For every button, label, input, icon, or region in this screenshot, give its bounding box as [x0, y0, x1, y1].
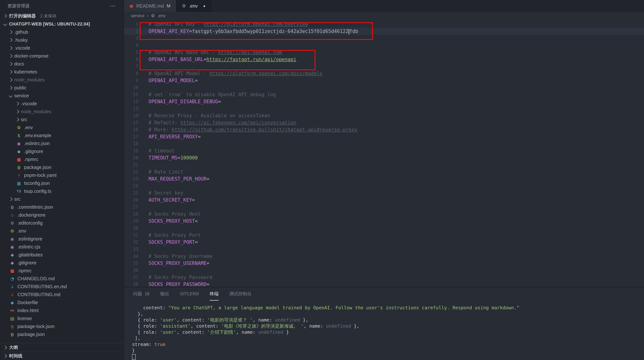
code-line-23[interactable]: 23MAX_REQUEST_PER_HOUR= [124, 175, 644, 182]
code-line-34[interactable]: 34# Socks Proxy Username [124, 253, 644, 260]
tree-item-package.json[interactable]: {}package.json [0, 331, 124, 338]
tree-item-kubernetes[interactable]: kubernetes [0, 68, 124, 76]
code-line-38[interactable]: 38SOCKS_PROXY_PASSWORD= [124, 281, 644, 287]
outline-section[interactable]: 大纲 [0, 343, 124, 352]
tree-item-.npmrc[interactable]: ■.npmrc [0, 155, 124, 163]
code-line-29[interactable]: 29SOCKS_PROXY_HOST= [124, 218, 644, 225]
tree-item-.dockerignore[interactable]: ◇.dockerignore [0, 211, 124, 219]
problems-count-badge: 16 [144, 291, 150, 296]
terminal-token: } [132, 348, 135, 353]
terminal-output[interactable]: content: "You are ChatGPT, a large langu… [124, 301, 644, 360]
code-line-32[interactable]: 32SOCKS_PROXY_PORT= [124, 239, 644, 246]
breadcrumb-folder[interactable]: service [131, 13, 144, 18]
tree-item-.vscode[interactable]: .vscode [0, 44, 124, 52]
code-line-3[interactable]: 3 [124, 35, 644, 42]
code-line-31[interactable]: 31# Socks Proxy Port [124, 232, 644, 239]
panel-tab-gitlens[interactable]: GITLENS [180, 287, 199, 301]
code-line-13[interactable]: 13 [124, 105, 644, 112]
code-line-26[interactable]: 26AUTH_SECRET_KEY= [124, 196, 644, 204]
workspace-section[interactable]: CHATGPT-WEB [WSL: UBUNTU-22.04] [0, 20, 124, 28]
tree-item-public[interactable]: public [0, 84, 124, 92]
tree-item-package.json[interactable]: {}package.json [0, 163, 124, 171]
tree-item-.gitattributes[interactable]: ◆.gitattributes [0, 251, 124, 259]
panel-tab-output[interactable]: 输出 [160, 287, 169, 301]
panel-tab-terminal[interactable]: 终端 [210, 287, 218, 301]
code-line-28[interactable]: 28# Socks Proxy Host [124, 211, 644, 218]
tree-item-CONTRIBUTING.en.md[interactable]: ↓CONTRIBUTING.en.md [0, 283, 124, 291]
code-line-19[interactable]: 19# timeout [124, 147, 644, 154]
tree-item-.github[interactable]: .github [0, 28, 124, 36]
tree-item-.env[interactable]: ⚙.env [0, 124, 124, 131]
code-line-37[interactable]: 37# Socks Proxy Password [124, 274, 644, 281]
tree-item-.gitignore[interactable]: ◆.gitignore [0, 259, 124, 267]
tree-item-.eslintrc.json[interactable]: ◉.eslintrc.json [0, 139, 124, 147]
code-line-22[interactable]: 22# Rate Limit [124, 168, 644, 175]
code-line-10[interactable]: 10 [124, 84, 644, 91]
code-line-17[interactable]: 17API_REVERSE_PROXY= [124, 133, 644, 140]
tree-item-.commitlintrc.json[interactable]: {}.commitlintrc.json [0, 203, 124, 211]
code-line-2[interactable]: 2OPENAI_API_KEY=fastgpt-y6b3axfbdd5wyp01… [124, 28, 644, 35]
code-line-16[interactable]: 16# More: https://github.com/transitive-… [124, 126, 644, 133]
chevron-right-icon [3, 14, 7, 18]
code-line-18[interactable]: 18 [124, 140, 644, 147]
code-line-6[interactable]: 6OPENAI_API_BASE_URL=https://fastgpt.run… [124, 56, 644, 63]
tree-item-.env[interactable]: ⚙.env [0, 227, 124, 235]
tree-item-src[interactable]: src [0, 195, 124, 203]
tree-item-index.html[interactable]: <>index.html [0, 307, 124, 315]
tree-item-node_modules[interactable]: node_modules [0, 108, 124, 116]
code-line-5[interactable]: 5# OpenAI API Base URL - https://api.ope… [124, 49, 644, 56]
code-line-20[interactable]: 20TIMEOUT_MS=100000 [124, 154, 644, 161]
line-number: 25 [124, 189, 138, 196]
tree-item-pnpm-lock.yaml[interactable]: !pnpm-lock.yaml [0, 171, 124, 179]
code-line-30[interactable]: 30 [124, 225, 644, 232]
code-line-9[interactable]: 9OPENAI_API_MODEL= [124, 77, 644, 84]
code-line-12[interactable]: 12OPENAI_API_DISABLE_DEBUG= [124, 98, 644, 105]
code-line-33[interactable]: 33 [124, 246, 644, 253]
tree-item-docker-compose[interactable]: docker-compose [0, 52, 124, 60]
sidebar-bottom-sections: 大纲时间线 [0, 343, 124, 360]
tab-readme[interactable]: ●README.mdM [124, 0, 176, 12]
tree-item-.husky[interactable]: .husky [0, 36, 124, 44]
panel-tab-problems[interactable]: 问题16 [133, 287, 150, 301]
tree-item-.editorconfig[interactable]: ⚙.editorconfig [0, 219, 124, 227]
timeline-section[interactable]: 时间线 [0, 352, 124, 360]
code-line-11[interactable]: 11# set `true` to disable OpenAI API deb… [124, 91, 644, 98]
tree-item-node_modules[interactable]: node_modules [0, 76, 124, 84]
code-line-4[interactable]: 4 [124, 42, 644, 49]
code-line-27[interactable]: 27 [124, 204, 644, 211]
tree-item-CONTRIBUTING.md[interactable]: ↓CONTRIBUTING.md [0, 291, 124, 299]
tree-item-.vscode[interactable]: .vscode [0, 100, 124, 108]
npm-icon: ■ [9, 268, 15, 273]
tree-item-.env.example[interactable]: $.env.example [0, 131, 124, 139]
tree-item-tsconfig.json[interactable]: ▦tsconfig.json [0, 179, 124, 187]
tab-env[interactable]: ⚙.env● [176, 0, 212, 12]
more-actions-icon[interactable]: ⋯ [110, 2, 116, 9]
code-line-14[interactable]: 14# Reverse Proxy - Available on accessT… [124, 112, 644, 119]
tree-item-docs[interactable]: docs [0, 60, 124, 68]
line-number: 4 [124, 42, 138, 49]
breadcrumb-file[interactable]: .env [158, 13, 165, 18]
tree-item-tsup.config.ts[interactable]: TStsup.config.ts [0, 187, 124, 195]
tree-item-CHANGELOG.md[interactable]: ◔CHANGELOG.md [0, 275, 124, 283]
code-line-21[interactable]: 21 [124, 161, 644, 168]
code-line-36[interactable]: 36 [124, 267, 644, 274]
code-line-7[interactable]: 7 [124, 63, 644, 70]
tree-item-Dockerfile[interactable]: ◆Dockerfile [0, 299, 124, 307]
code-editor[interactable]: 1# OpenAI API Key - https://platform.ope… [124, 19, 644, 287]
tree-item-service[interactable]: service [0, 92, 124, 100]
code-line-35[interactable]: 35SOCKS_PROXY_USERNAME= [124, 260, 644, 267]
tree-item-.gitignore[interactable]: ◆.gitignore [0, 147, 124, 155]
tree-item-.npmrc[interactable]: ■.npmrc [0, 267, 124, 275]
code-line-24[interactable]: 24 [124, 182, 644, 189]
tree-item-src[interactable]: src [0, 116, 124, 124]
tree-item-license[interactable]: ▤license [0, 315, 124, 323]
tree-item-.eslintrc.cjs[interactable]: ◉.eslintrc.cjs [0, 243, 124, 251]
code-line-1[interactable]: 1# OpenAI API Key - https://platform.ope… [124, 21, 644, 28]
tree-item-package-lock.json[interactable]: {}package-lock.json [0, 323, 124, 331]
code-line-8[interactable]: 8# OpenAI API Model - https://platform.o… [124, 70, 644, 77]
tree-item-.eslintignore[interactable]: ◉.eslintignore [0, 235, 124, 243]
open-editors-section[interactable]: 打开的编辑器 1 未保存 [0, 12, 124, 20]
code-line-25[interactable]: 25# Secret key [124, 189, 644, 196]
code-line-15[interactable]: 15# Default: https://ai.fakeopen.com/api… [124, 119, 644, 126]
panel-tab-debug-console[interactable]: 调试控制台 [229, 287, 252, 301]
